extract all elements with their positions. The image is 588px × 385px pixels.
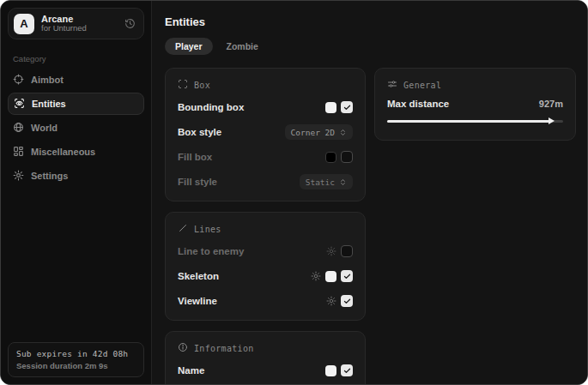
arcane-logo: A — [14, 14, 34, 34]
page-title: Entities — [165, 15, 576, 28]
skeleton-checkbox[interactable] — [341, 270, 353, 282]
color-swatch[interactable] — [325, 365, 336, 376]
row-label: Viewline — [178, 296, 217, 306]
settings-gear-icon[interactable] — [326, 296, 336, 306]
globe-icon — [13, 122, 24, 135]
main-content: Entities Player Zombie Box Bounding box — [152, 1, 587, 384]
arcane-window: A Arcane for Unturned Category Aimbot — [0, 0, 588, 385]
row-label: Box style — [178, 127, 221, 137]
max-distance-row: Max distance 927m — [387, 99, 563, 109]
row-label: Bounding box — [178, 102, 244, 112]
color-swatch[interactable] — [325, 152, 336, 163]
name-checkbox[interactable] — [341, 364, 353, 376]
fill-box-checkbox[interactable] — [341, 151, 353, 163]
max-distance-value: 927m — [539, 99, 563, 109]
max-distance-slider[interactable] — [387, 117, 563, 124]
box-panel: Box Bounding box Box style — [165, 68, 366, 202]
entity-tabs: Player Zombie — [165, 38, 576, 55]
row-label: Name — [178, 365, 204, 376]
sidebar-item-aimbot[interactable]: Aimbot — [1, 68, 151, 92]
scan-icon — [178, 79, 188, 91]
sidebar: A Arcane for Unturned Category Aimbot — [1, 1, 152, 384]
subscription-info: Sub expires in 42d 08h Session duration … — [8, 342, 144, 377]
sidebar-item-miscellaneous[interactable]: Miscellaneous — [1, 140, 151, 164]
skeleton-row: Skeleton — [178, 268, 353, 285]
viewline-checkbox[interactable] — [341, 295, 353, 307]
information-panel: Information Name Distance — [165, 331, 366, 384]
panel-title: Box — [194, 81, 210, 90]
sidebar-item-label: Aimbot — [31, 75, 64, 85]
scan-eye-icon — [14, 98, 25, 111]
sliders-icon — [387, 79, 397, 91]
session-duration-text: Session duration 2m 9s — [16, 361, 136, 370]
check-icon — [343, 104, 351, 111]
history-icon[interactable] — [124, 18, 136, 29]
color-swatch[interactable] — [325, 271, 336, 282]
box-style-dropdown[interactable]: Corner 2D — [285, 124, 353, 140]
row-label: Fill style — [178, 177, 217, 187]
check-icon — [343, 298, 351, 305]
box-style-row: Box style Corner 2D — [178, 123, 353, 141]
sub-expires-text: Sub expires in 42d 08h — [16, 349, 136, 358]
chevrons-up-down-icon — [339, 178, 347, 186]
brand-card: A Arcane for Unturned — [8, 8, 144, 39]
lines-panel: Lines Line to enemy Skeleton — [165, 212, 366, 321]
panel-title: General — [403, 81, 441, 90]
settings-gear-icon[interactable] — [311, 271, 321, 281]
sidebar-item-world[interactable]: World — [1, 116, 151, 140]
fill-style-row: Fill style Static — [178, 173, 353, 190]
tab-player[interactable]: Player — [165, 38, 213, 55]
line-to-enemy-checkbox[interactable] — [341, 245, 353, 257]
sidebar-item-entities[interactable]: Entities — [8, 93, 144, 115]
tab-zombie[interactable]: Zombie — [216, 38, 269, 55]
bounding-box-checkbox[interactable] — [341, 101, 353, 113]
sidebar-item-settings[interactable]: Settings — [1, 164, 151, 188]
viewline-row: Viewline — [178, 292, 353, 310]
slider-thumb[interactable] — [549, 117, 555, 124]
sidebar-item-label: Entities — [32, 99, 66, 109]
crosshair-icon — [13, 74, 24, 87]
check-icon — [343, 367, 351, 375]
brand-subtitle: for Unturned — [41, 24, 124, 33]
general-panel: General Max distance 927m — [374, 68, 576, 141]
panel-title: Information — [194, 344, 254, 353]
fill-style-dropdown[interactable]: Static — [300, 174, 353, 189]
line-to-enemy-row: Line to enemy — [178, 243, 353, 260]
bounding-box-row: Bounding box — [178, 99, 353, 116]
row-label: Fill box — [178, 152, 212, 162]
sidebar-item-label: World — [31, 123, 58, 133]
panel-title: Lines — [194, 225, 221, 234]
row-label: Skeleton — [178, 271, 219, 281]
slider-fill — [387, 120, 550, 123]
layout-grid-icon — [13, 146, 24, 159]
fill-box-row: Fill box — [178, 148, 353, 165]
row-label: Line to enemy — [178, 246, 244, 256]
color-swatch[interactable] — [325, 102, 336, 113]
sidebar-nav: Aimbot Entities World Miscellaneous — [1, 68, 151, 188]
info-icon — [178, 342, 188, 354]
check-icon — [343, 273, 351, 280]
gear-icon — [13, 170, 24, 183]
chevrons-up-down-icon — [339, 129, 347, 136]
name-row: Name — [178, 362, 353, 379]
category-label: Category — [13, 54, 139, 63]
sidebar-item-label: Settings — [31, 171, 68, 181]
diagonal-line-icon — [178, 223, 188, 235]
sidebar-item-label: Miscellaneous — [31, 147, 95, 157]
row-label: Max distance — [387, 99, 449, 109]
settings-gear-icon[interactable] — [326, 246, 336, 256]
